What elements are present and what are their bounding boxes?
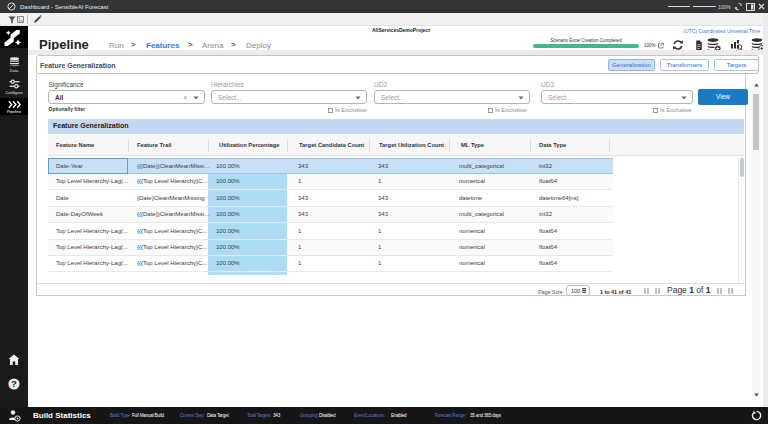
svg-text:?: ? [11,378,17,389]
